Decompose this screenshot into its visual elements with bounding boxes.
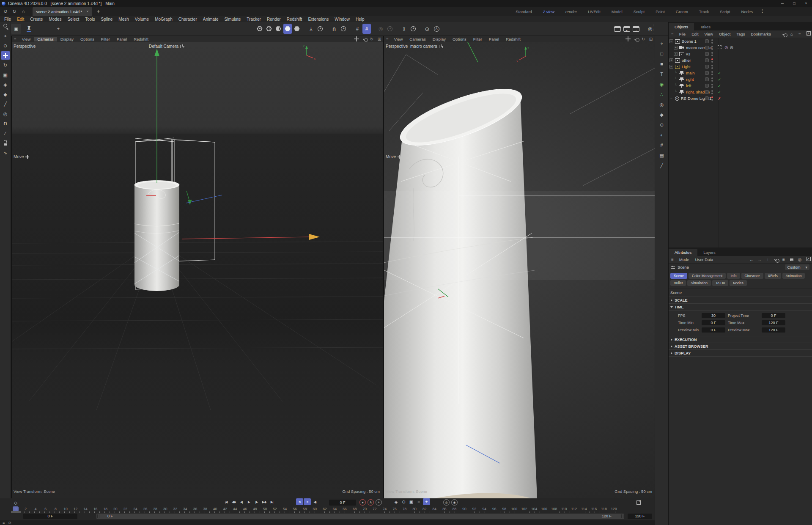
menu-item[interactable]: Extensions	[305, 17, 332, 22]
rotate-view-icon[interactable]	[369, 36, 374, 41]
object-name[interactable]: other	[682, 58, 691, 63]
expander-icon[interactable]	[674, 52, 678, 56]
solo-animation-button[interactable]	[451, 499, 458, 506]
object-name[interactable]: main	[686, 71, 695, 75]
object-name[interactable]: v3	[686, 52, 690, 56]
object-tree-row[interactable]: RS Dome Light.1	[669, 95, 812, 102]
layout-tab[interactable]: render	[560, 9, 582, 14]
add-tab-button[interactable]: +	[95, 8, 102, 15]
tag-icons[interactable]	[724, 45, 733, 50]
undo-button[interactable]	[2, 8, 9, 15]
viewport-left-canvas[interactable]: Y X Perspective Default Camera Move View…	[12, 42, 383, 498]
next-frame-button[interactable]	[253, 498, 260, 505]
section-display[interactable]: DISPLAY	[669, 350, 812, 357]
panel-menu-item[interactable]: User Data	[692, 257, 716, 262]
object-name[interactable]: Scene 1	[682, 39, 697, 44]
move-tool[interactable]	[1, 51, 10, 60]
record-rotation-button[interactable]	[400, 498, 407, 505]
coordinate-system-button[interactable]: ⌖	[53, 24, 63, 34]
scale-tool[interactable]	[1, 71, 10, 79]
layout-tab[interactable]: Script	[715, 9, 735, 14]
show-keys-button[interactable]	[304, 498, 311, 505]
polygons-mode-button[interactable]	[274, 24, 283, 34]
attribute-tab-chip[interactable]: Scene	[670, 273, 687, 279]
camera-label[interactable]: Default Camera	[149, 44, 184, 49]
axis-modify-tool[interactable]	[1, 90, 10, 99]
forward-icon[interactable]	[757, 257, 762, 262]
menu-item[interactable]: Volume	[132, 17, 152, 22]
field-object-icon[interactable]	[657, 131, 667, 139]
previous-key-button[interactable]	[230, 498, 237, 505]
visibility-dots[interactable]	[711, 71, 713, 75]
toggle-views-icon[interactable]	[648, 36, 653, 41]
model-mode-button[interactable]	[283, 24, 292, 34]
enable-mark[interactable]	[714, 71, 724, 75]
viewport-menu-item[interactable]: View	[391, 37, 406, 41]
viewport-right-canvas[interactable]: Y X Perspective macro camera Move View T…	[384, 42, 655, 498]
timeline-ruler[interactable]: 0246810121416182022242628303234363840424…	[14, 507, 615, 511]
render-view-button[interactable]	[613, 24, 622, 34]
section-scale[interactable]: SCALE	[669, 297, 812, 304]
close-button[interactable]	[800, 0, 812, 7]
expander-icon[interactable]	[674, 84, 678, 88]
panel-menu-icon[interactable]: ≡	[671, 32, 674, 36]
close-tab-icon[interactable]: ×	[86, 9, 88, 14]
layer-chip[interactable]	[705, 46, 709, 49]
paint-selection-tool[interactable]	[1, 41, 10, 50]
go-to-start-button[interactable]	[222, 498, 230, 505]
visibility-dots[interactable]	[711, 58, 713, 63]
layout-tab[interactable]: Nodes	[736, 9, 758, 14]
field-value[interactable]: 120 F	[762, 327, 785, 333]
transform-tool[interactable]	[1, 80, 10, 89]
mograph-object-icon[interactable]	[657, 90, 667, 99]
menu-item[interactable]: Simulate	[221, 17, 244, 22]
panel-menu-icon[interactable]: ≡	[671, 257, 674, 262]
record-parameter-button[interactable]	[415, 498, 422, 505]
record-keyframe-button[interactable]	[359, 499, 366, 506]
layer-chip[interactable]	[705, 39, 709, 43]
toolbar-grip[interactable]	[651, 24, 654, 34]
symmetry-settings-button[interactable]	[409, 24, 417, 34]
expander-icon[interactable]	[669, 58, 673, 62]
range-scrollbar[interactable]: 0 F 120 F	[96, 514, 624, 519]
viewport-menu-item[interactable]: Cameras	[406, 37, 429, 41]
attribute-tab-chip[interactable]: XRefs	[765, 273, 781, 279]
panel-menu-item[interactable]: File	[676, 32, 689, 36]
panel-menu-item[interactable]: Edit	[689, 32, 701, 36]
maximize-button[interactable]	[788, 0, 800, 7]
sphere-object-icon[interactable]	[657, 80, 667, 88]
panel-menu-item[interactable]: Bookmarks	[748, 32, 774, 36]
volume-object-icon[interactable]	[657, 121, 667, 129]
layout-tab[interactable]: 2 view	[538, 9, 560, 14]
popout-icon[interactable]	[805, 32, 810, 37]
panel-tab[interactable]: Objects	[669, 23, 694, 30]
range-start-field[interactable]: 0 F	[23, 514, 77, 519]
layer-chip[interactable]	[705, 96, 709, 100]
object-tree-row[interactable]: v3	[669, 51, 812, 57]
visibility-dots[interactable]	[711, 52, 713, 56]
layer-chip[interactable]	[705, 84, 709, 88]
layout-tab[interactable]: Track	[694, 9, 714, 14]
section-asset-browser[interactable]: ASSET BROWSER	[669, 343, 812, 350]
sound-button[interactable]	[311, 498, 318, 505]
viewport-menu-item[interactable]: Options	[449, 37, 470, 41]
enable-mark[interactable]	[714, 45, 724, 50]
find-tool[interactable]	[1, 22, 10, 30]
menu-item[interactable]: Tools	[82, 17, 98, 22]
expander-icon[interactable]	[669, 39, 673, 43]
redo-button[interactable]	[11, 8, 18, 15]
range-grip-right[interactable]	[621, 514, 623, 518]
enable-mark[interactable]	[714, 84, 724, 88]
knife-tool[interactable]	[1, 129, 10, 137]
layer-chip[interactable]	[705, 52, 709, 56]
menu-item[interactable]: Animate	[200, 17, 222, 22]
viewport-menu-item[interactable]: Cameras	[34, 37, 57, 41]
panel-menu-item[interactable]: Mode	[676, 257, 692, 262]
layer-chip[interactable]	[705, 71, 709, 75]
layout-tab[interactable]: Model	[606, 9, 628, 14]
object-name[interactable]: Light	[682, 64, 691, 69]
object-tree-row[interactable]: right	[669, 76, 812, 82]
magnet-tool[interactable]	[1, 119, 10, 128]
expander-icon[interactable]	[674, 71, 678, 75]
play-mode-button[interactable]	[296, 498, 303, 505]
